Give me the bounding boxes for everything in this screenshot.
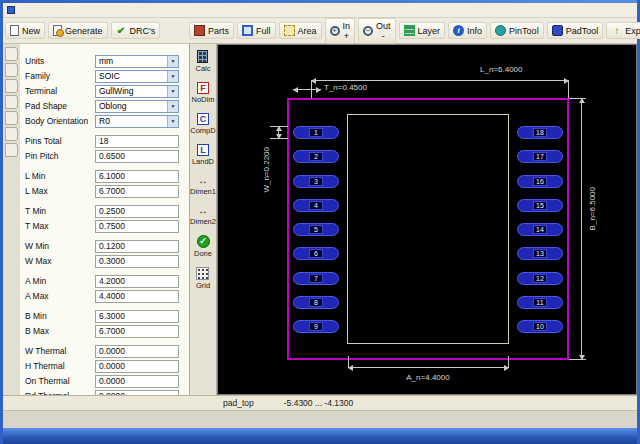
pad[interactable]: 16 bbox=[517, 175, 563, 188]
form-row: Units mm bbox=[20, 54, 189, 68]
pad[interactable]: 11 bbox=[517, 296, 563, 309]
side-tab[interactable] bbox=[5, 127, 18, 141]
field-input[interactable] bbox=[95, 360, 179, 373]
pad[interactable]: 17 bbox=[517, 150, 563, 163]
pad[interactable]: 18 bbox=[517, 126, 563, 139]
tool-button[interactable]: L LandD bbox=[192, 144, 214, 166]
layer-icon bbox=[404, 25, 415, 36]
pad[interactable]: 5 bbox=[293, 223, 339, 236]
field-input[interactable] bbox=[95, 255, 179, 268]
dropdown-select[interactable]: GullWing bbox=[95, 85, 179, 98]
nodim-letter-icon: F bbox=[197, 82, 209, 94]
field-input[interactable] bbox=[95, 135, 179, 148]
pads-left: 1 2 3 4 5 6 7 8 9 bbox=[293, 126, 339, 333]
pad[interactable]: 15 bbox=[517, 199, 563, 212]
form-fields: Pins Total Pin Pitch L Min L Max T Min T… bbox=[20, 134, 189, 395]
menubar-item[interactable] bbox=[19, 9, 33, 11]
form-row: B Min bbox=[20, 309, 189, 323]
pintool-icon bbox=[495, 25, 506, 36]
menubar-item[interactable] bbox=[33, 9, 47, 11]
side-tab[interactable] bbox=[5, 143, 18, 157]
side-tab[interactable] bbox=[5, 63, 18, 77]
full-view-icon bbox=[242, 25, 253, 36]
field-input[interactable] bbox=[95, 310, 179, 323]
toolbar-button[interactable]: In + bbox=[325, 18, 356, 44]
side-tab[interactable] bbox=[5, 79, 18, 93]
field-input[interactable] bbox=[95, 375, 179, 388]
pad-number: 12 bbox=[533, 274, 547, 283]
pad-number: 3 bbox=[309, 177, 323, 186]
toolbar-button[interactable]: Info bbox=[448, 22, 487, 39]
toolbar-button[interactable]: Area bbox=[279, 22, 322, 39]
field-label: W Min bbox=[25, 241, 95, 251]
toolbar-button[interactable]: Generate bbox=[48, 22, 108, 39]
tool-button[interactable]: F NoDim bbox=[192, 82, 215, 104]
pad[interactable]: 3 bbox=[293, 175, 339, 188]
field-input[interactable] bbox=[95, 290, 179, 303]
pad[interactable]: 2 bbox=[293, 150, 339, 163]
toolbar-button-label: PinTool bbox=[509, 26, 539, 36]
tool-button[interactable]: Dimen1 bbox=[190, 175, 216, 196]
info-icon bbox=[453, 25, 464, 36]
field-input[interactable] bbox=[95, 150, 179, 163]
field-input[interactable] bbox=[95, 205, 179, 218]
toolbar-button[interactable]: Parts bbox=[189, 22, 234, 39]
form-row: W Thermal bbox=[20, 344, 189, 358]
tool-button[interactable]: Grid bbox=[196, 267, 210, 290]
field-input[interactable] bbox=[95, 240, 179, 253]
field-input[interactable] bbox=[95, 170, 179, 183]
side-tab[interactable] bbox=[5, 95, 18, 109]
tool-button[interactable]: Dimen2 bbox=[190, 205, 216, 226]
field-input[interactable] bbox=[95, 275, 179, 288]
dropdown-select[interactable]: Oblong bbox=[95, 100, 179, 113]
form-row: L Max bbox=[20, 184, 189, 198]
pad-number: 13 bbox=[533, 249, 547, 258]
menubar-item[interactable] bbox=[61, 9, 75, 11]
field-input[interactable] bbox=[95, 325, 179, 338]
field-input[interactable] bbox=[95, 345, 179, 358]
tool-button[interactable]: C CompD bbox=[190, 113, 215, 135]
new-page-icon bbox=[10, 25, 19, 36]
menubar-item[interactable] bbox=[75, 9, 89, 11]
dropdown-select[interactable]: mm bbox=[95, 55, 179, 68]
footprint-canvas[interactable]: 1 2 3 4 5 6 7 8 9 18 17 16 15 14 13 12 1… bbox=[217, 44, 637, 395]
toolbar-button[interactable]: PinTool bbox=[490, 22, 544, 39]
toolbar-button-label: Exports bbox=[625, 26, 640, 36]
toolbar-button[interactable]: Full bbox=[237, 22, 276, 39]
pad[interactable]: 10 bbox=[517, 320, 563, 333]
pad-number: 10 bbox=[533, 322, 547, 331]
field-input[interactable] bbox=[95, 185, 179, 198]
field-label: B Min bbox=[25, 311, 95, 321]
pad[interactable]: 14 bbox=[517, 223, 563, 236]
pad[interactable]: 6 bbox=[293, 247, 339, 260]
tool-button[interactable]: Calc bbox=[195, 50, 210, 73]
toolbar-button[interactable]: Layer bbox=[399, 22, 446, 39]
toolbar-button[interactable]: PadTool bbox=[547, 22, 604, 39]
pad[interactable]: 8 bbox=[293, 296, 339, 309]
dropdown-value: GullWing bbox=[99, 86, 133, 96]
toolbar-button[interactable]: Out - bbox=[358, 18, 396, 44]
pad-number: 2 bbox=[309, 152, 323, 161]
pad[interactable]: 7 bbox=[293, 272, 339, 285]
side-tab[interactable] bbox=[5, 111, 18, 125]
pad[interactable]: 4 bbox=[293, 199, 339, 212]
toolbar-button[interactable]: Exports bbox=[606, 22, 640, 39]
pad-number: 17 bbox=[533, 152, 547, 161]
dropdown-select[interactable]: R0 bbox=[95, 115, 179, 128]
menubar-item[interactable] bbox=[47, 9, 61, 11]
toolbar-button[interactable]: DRC's bbox=[111, 22, 161, 39]
dimension-icon bbox=[198, 175, 209, 186]
toolbar-button[interactable]: New bbox=[5, 22, 45, 39]
pad[interactable]: 1 bbox=[293, 126, 339, 139]
tool-button-label: Dimen2 bbox=[190, 217, 216, 226]
field-input[interactable] bbox=[95, 220, 179, 233]
pad[interactable]: 13 bbox=[517, 247, 563, 260]
pad[interactable]: 9 bbox=[293, 320, 339, 333]
dropdown-select[interactable]: SOIC bbox=[95, 70, 179, 83]
pad-number: 4 bbox=[309, 201, 323, 210]
tool-button[interactable]: Done bbox=[194, 235, 212, 258]
side-tab[interactable] bbox=[5, 47, 18, 61]
toolbar-button-label: New bbox=[22, 26, 40, 36]
pad[interactable]: 12 bbox=[517, 272, 563, 285]
toolbar-button-label: Layer bbox=[418, 26, 441, 36]
